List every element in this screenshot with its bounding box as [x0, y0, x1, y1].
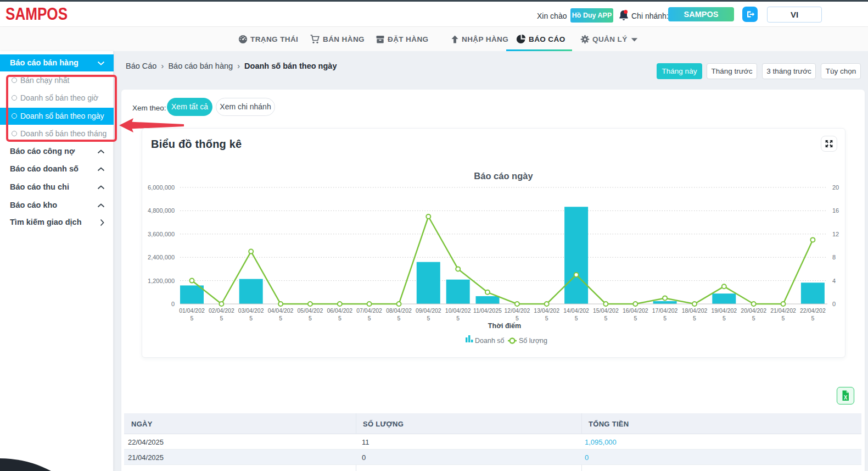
svg-text:4,800,000: 4,800,000 [148, 207, 175, 214]
svg-text:16: 16 [832, 207, 839, 214]
svg-text:17/04/202: 17/04/202 [652, 307, 678, 314]
svg-text:19/04/202: 19/04/202 [711, 307, 737, 314]
svg-text:5: 5 [191, 315, 194, 322]
svg-text:08/04/202: 08/04/202 [386, 307, 412, 314]
svg-text:11/04/2025: 11/04/2025 [473, 307, 502, 314]
svg-text:Số lượng: Số lượng [519, 337, 547, 345]
svg-text:22/04/202: 22/04/202 [800, 307, 826, 314]
svg-text:5: 5 [397, 315, 401, 322]
svg-text:15/04/202: 15/04/202 [593, 307, 619, 314]
svg-text:5: 5 [279, 315, 282, 322]
svg-text:18/04/202: 18/04/202 [682, 307, 708, 314]
svg-text:04/04/202: 04/04/202 [268, 307, 294, 314]
svg-text:1,200,000: 1,200,000 [148, 278, 175, 284]
svg-text:0: 0 [832, 301, 836, 307]
svg-text:5: 5 [723, 315, 726, 322]
svg-text:10/04/202: 10/04/202 [445, 307, 471, 314]
svg-text:8: 8 [832, 254, 836, 261]
svg-text:5: 5 [811, 315, 814, 322]
svg-text:6,000,000: 6,000,000 [148, 184, 175, 191]
svg-text:4: 4 [832, 278, 836, 284]
svg-text:5: 5 [782, 315, 785, 322]
svg-text:02/04/202: 02/04/202 [209, 307, 234, 314]
svg-text:0: 0 [171, 301, 175, 307]
svg-text:20/04/202: 20/04/202 [741, 307, 766, 314]
svg-text:5: 5 [309, 315, 312, 322]
svg-text:14/04/202: 14/04/202 [563, 307, 589, 314]
svg-text:03/04/202: 03/04/202 [238, 307, 264, 314]
svg-text:Thời điểm: Thời điểm [488, 322, 521, 330]
svg-text:21/04/202: 21/04/202 [770, 307, 796, 314]
svg-text:2,400,000: 2,400,000 [148, 254, 175, 261]
svg-text:Báo cáo ngày: Báo cáo ngày [474, 171, 533, 181]
svg-text:5: 5 [338, 315, 341, 322]
svg-text:5: 5 [663, 315, 667, 322]
svg-text:09/04/202: 09/04/202 [416, 307, 441, 314]
svg-text:5: 5 [427, 315, 430, 322]
svg-text:5: 5 [368, 315, 371, 322]
svg-text:Doanh số: Doanh số [475, 337, 505, 345]
svg-text:5: 5 [249, 315, 253, 322]
svg-text:5: 5 [634, 315, 637, 322]
svg-text:16/04/202: 16/04/202 [623, 307, 648, 314]
svg-text:12/04/202: 12/04/202 [505, 307, 530, 314]
svg-text:5: 5 [456, 315, 460, 322]
svg-text:5: 5 [604, 315, 607, 322]
svg-text:5: 5 [516, 315, 519, 322]
svg-text:06/04/202: 06/04/202 [327, 307, 352, 314]
svg-text:05/04/202: 05/04/202 [298, 307, 323, 314]
svg-text:3,600,000: 3,600,000 [148, 231, 175, 237]
svg-text:5: 5 [575, 315, 578, 322]
svg-text:5: 5 [545, 315, 548, 322]
svg-text:07/04/202: 07/04/202 [356, 307, 382, 314]
svg-text:X: X [844, 395, 848, 401]
svg-text:12: 12 [832, 231, 839, 237]
svg-text:5: 5 [220, 315, 223, 322]
svg-text:20: 20 [832, 184, 839, 191]
svg-text:01/04/202: 01/04/202 [179, 307, 205, 314]
svg-text:5: 5 [693, 315, 696, 322]
svg-text:5: 5 [752, 315, 755, 322]
svg-text:13/04/202: 13/04/202 [534, 307, 559, 314]
